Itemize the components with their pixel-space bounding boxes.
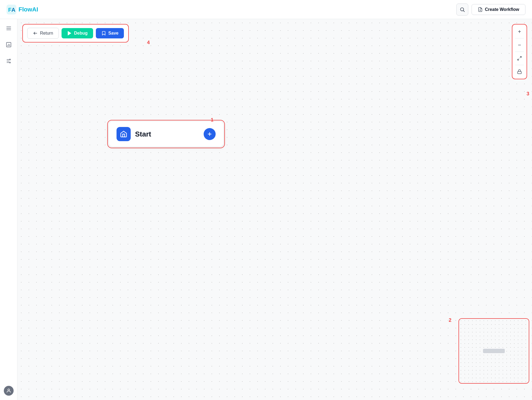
sidebar-menu-icon[interactable] [4, 23, 14, 33]
start-node-left: Start [117, 127, 151, 141]
sidebar-chart-icon[interactable] [4, 40, 14, 50]
zoom-divider-3 [515, 65, 524, 65]
zoom-in-button[interactable]: + [514, 26, 525, 37]
header-actions: Create Workflow [456, 4, 525, 16]
annotation-4: 4 [147, 40, 150, 46]
user-avatar[interactable] [4, 386, 14, 396]
svg-point-3 [460, 8, 464, 11]
svg-point-14 [9, 59, 10, 60]
workflow-canvas[interactable]: Return Debug Save 4 + − [17, 19, 532, 400]
zoom-out-label: − [518, 42, 521, 48]
bookmark-icon [101, 31, 106, 36]
debug-button[interactable]: Debug [62, 28, 93, 38]
logo-icon: F A [7, 5, 16, 14]
svg-line-4 [463, 10, 465, 12]
create-workflow-label: Create Workflow [485, 7, 519, 12]
zoom-in-label: + [518, 29, 521, 35]
svg-rect-21 [518, 71, 521, 74]
minimap-panel[interactable] [458, 318, 529, 384]
sidebar [0, 19, 17, 400]
fit-icon [517, 56, 522, 61]
start-node-label: Start [135, 130, 151, 138]
svg-line-19 [520, 56, 521, 58]
minimap-content [459, 319, 529, 383]
search-icon [460, 7, 465, 12]
zoom-controls-panel: + − [512, 24, 527, 79]
document-icon [478, 7, 483, 12]
save-label: Save [108, 31, 118, 36]
zoom-out-button[interactable]: − [514, 40, 525, 50]
annotation-1: 1 [211, 117, 213, 123]
svg-text:F: F [8, 7, 11, 13]
annotation-3: 3 [527, 91, 529, 97]
debug-label: Debug [74, 31, 88, 36]
zoom-divider-1 [515, 38, 524, 38]
zoom-divider-2 [515, 51, 524, 52]
sidebar-bottom [4, 386, 14, 396]
svg-text:A: A [11, 7, 15, 13]
create-workflow-button[interactable]: Create Workflow [472, 4, 525, 15]
lock-button[interactable] [514, 66, 525, 77]
start-node[interactable]: Start [109, 122, 223, 147]
return-button[interactable]: Return [27, 28, 59, 39]
svg-point-16 [8, 389, 10, 391]
fit-view-button[interactable] [514, 53, 525, 64]
save-button[interactable]: Save [96, 28, 124, 38]
search-button[interactable] [456, 4, 468, 16]
header: F A FlowAI Create Workflow [0, 0, 532, 19]
toolbar-panel: Return Debug Save [22, 24, 129, 43]
logo-area: F A FlowAI [7, 5, 38, 14]
minimap-placeholder [483, 349, 505, 353]
annotation-2: 2 [449, 317, 451, 323]
logo-text: FlowAI [19, 6, 38, 13]
lock-icon [517, 69, 522, 74]
start-node-border: Start [107, 120, 225, 148]
svg-point-15 [9, 62, 10, 63]
sidebar-settings-icon[interactable] [4, 56, 14, 66]
add-node-button[interactable] [204, 128, 216, 140]
svg-line-20 [518, 59, 519, 60]
play-icon [67, 31, 72, 36]
svg-marker-18 [68, 31, 71, 35]
return-label: Return [40, 31, 53, 36]
start-home-icon [117, 127, 131, 141]
start-node-wrapper: Start [107, 120, 225, 148]
arrow-left-icon [33, 31, 38, 36]
